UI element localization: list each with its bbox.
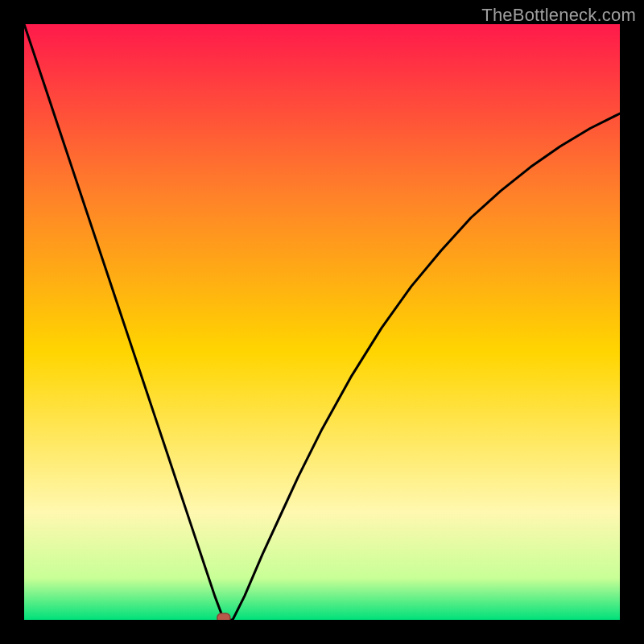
plot-area bbox=[24, 24, 620, 620]
watermark-text: TheBottleneck.com bbox=[481, 5, 636, 26]
plot-svg bbox=[24, 24, 620, 620]
chart-frame: TheBottleneck.com bbox=[0, 0, 644, 644]
gradient-background bbox=[24, 24, 620, 620]
optimal-marker bbox=[217, 613, 230, 620]
